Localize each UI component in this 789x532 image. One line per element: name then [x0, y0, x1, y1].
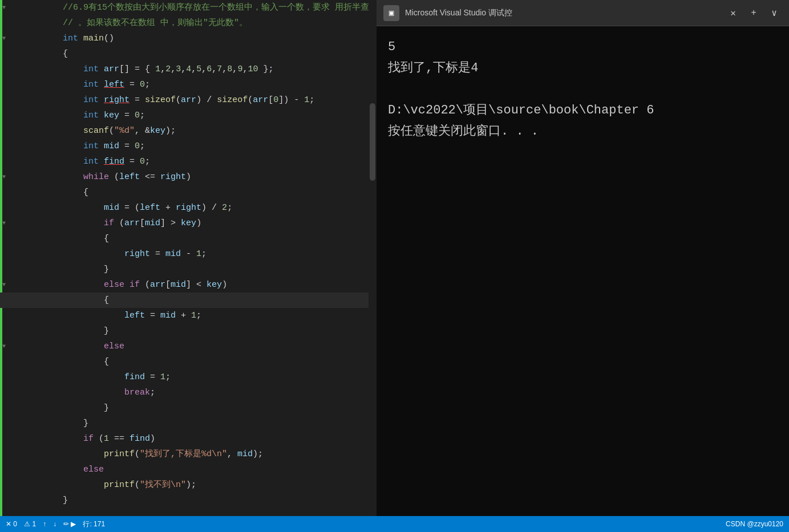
code-line: find = 1;: [0, 369, 377, 385]
code-line: if (1 == find): [0, 431, 377, 446]
code-panel: ▼ //6.9有15个数按由大到小顺序存放在一个数组中，输入一个数，要求 用折半…: [0, 0, 377, 516]
code-line: int find = 0;: [0, 154, 377, 169]
code-line: }: [0, 323, 377, 339]
code-line: // 。如果该数不在数组 中，则输出"无此数"。: [0, 15, 377, 31]
terminal-chevron-btn[interactable]: ∨: [766, 5, 782, 21]
terminal-titlebar: ▣ Microsoft Visual Studio 调试控 ✕ + ∨: [377, 0, 789, 26]
terminal-output-line: 5: [388, 38, 778, 56]
terminal-output-line: D:\vc2022\项目\source\book\Chapter 6: [388, 101, 778, 120]
code-line: {: [0, 293, 377, 308]
code-lines: ▼ //6.9有15个数按由大到小顺序存放在一个数组中，输入一个数，要求 用折半…: [0, 0, 377, 508]
code-line: ▼ else if (arr[mid] < key): [0, 277, 377, 293]
code-line: ▼ //6.9有15个数按由大到小顺序存放在一个数组中，输入一个数，要求 用折半…: [0, 0, 377, 15]
status-warning: ⚠ 1: [24, 520, 36, 528]
code-line: ▼ while (left <= right): [0, 169, 377, 185]
scrollbar[interactable]: [369, 0, 377, 516]
scrollbar-thumb[interactable]: [370, 103, 375, 181]
code-line: {: [0, 231, 377, 246]
status-nav-down[interactable]: ↓: [53, 520, 56, 528]
main-area: ▼ //6.9有15个数按由大到小顺序存放在一个数组中，输入一个数，要求 用折半…: [0, 0, 789, 516]
code-line: }: [0, 416, 377, 431]
terminal-title: Microsoft Visual Studio 调试控: [405, 8, 725, 18]
status-line-info: 行: 171: [83, 519, 105, 529]
code-line: printf("找不到\n");: [0, 477, 377, 493]
code-line: right = mid - 1;: [0, 246, 377, 262]
fold-icon[interactable]: ▼: [0, 169, 8, 185]
warning-icon: ⚠: [24, 520, 30, 528]
code-line: int left = 0;: [0, 77, 377, 92]
fold-icon[interactable]: ▼: [0, 339, 8, 354]
code-line: {: [0, 46, 377, 62]
terminal-close-btn[interactable]: ✕: [725, 5, 741, 21]
status-icons: ✏ ▶: [63, 520, 76, 528]
terminal-app-icon: ▣: [383, 5, 399, 21]
fold-icon[interactable]: ▼: [0, 216, 8, 231]
code-line: {: [0, 354, 377, 369]
code-line: }: [0, 493, 377, 508]
code-line: printf("找到了,下标是%d\n", mid);: [0, 446, 377, 462]
code-line: {: [0, 185, 377, 200]
code-line: break;: [0, 385, 377, 400]
terminal-output-line: [388, 80, 778, 99]
terminal-plus-btn[interactable]: +: [746, 5, 762, 21]
code-line: ▼ int main(): [0, 31, 377, 46]
code-line: scanf("%d", &key);: [0, 123, 377, 139]
code-line: int right = sizeof(arr) / sizeof(arr[0])…: [0, 92, 377, 108]
code-line: int arr[] = { 1,2,3,4,5,6,7,8,9,10 };: [0, 62, 377, 77]
status-nav-up[interactable]: ↑: [43, 520, 46, 528]
code-line: else: [0, 462, 377, 477]
status-bar: ✕ 0 ⚠ 1 ↑ ↓ ✏ ▶ 行: 171 CSDN @zzyu0120: [0, 516, 789, 532]
fold-icon[interactable]: ▼: [0, 31, 8, 46]
status-left: ✕ 0 ⚠ 1 ↑ ↓ ✏ ▶ 行: 171: [6, 519, 726, 529]
terminal-output-line: 找到了,下标是4: [388, 59, 778, 78]
code-line: left = mid + 1;: [0, 308, 377, 323]
code-line: int mid = 0;: [0, 139, 377, 154]
error-icon: ✕: [6, 520, 11, 528]
status-brand: CSDN @zzyu0120: [726, 520, 783, 528]
error-count: 0: [13, 520, 17, 528]
code-line: ▼ else: [0, 339, 377, 354]
code-line: mid = (left + right) / 2;: [0, 200, 377, 216]
code-content: ▼ //6.9有15个数按由大到小顺序存放在一个数组中，输入一个数，要求 用折半…: [0, 0, 377, 516]
code-line: ▼ if (arr[mid] > key): [0, 216, 377, 231]
fold-icon[interactable]: ▼: [0, 0, 8, 15]
terminal-panel: ▣ Microsoft Visual Studio 调试控 ✕ + ∨ 5 找到…: [377, 0, 789, 516]
code-line: int key = 0;: [0, 108, 377, 123]
fold-icon[interactable]: ▼: [0, 277, 8, 293]
terminal-output-line: 按任意键关闭此窗口. . .: [388, 122, 778, 141]
terminal-body: 5 找到了,下标是4 D:\vc2022\项目\source\book\Chap…: [377, 26, 789, 516]
status-error: ✕ 0: [6, 520, 17, 528]
code-line: }: [0, 400, 377, 416]
terminal-controls: ✕ + ∨: [725, 5, 782, 21]
warning-count: 1: [32, 520, 36, 528]
code-line: }: [0, 262, 377, 277]
